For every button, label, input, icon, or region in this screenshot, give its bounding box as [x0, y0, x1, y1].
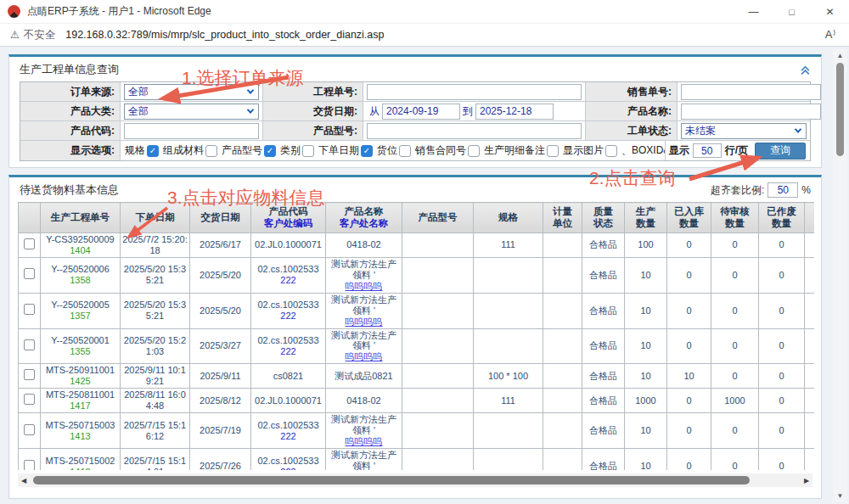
product-category-select[interactable]: 全部 — [124, 104, 259, 120]
row-checkbox[interactable] — [24, 238, 35, 249]
horizontal-scrollbar[interactable]: ◀ ▶ — [18, 473, 812, 487]
model-cell — [402, 449, 474, 470]
row-checkbox[interactable] — [24, 339, 35, 350]
horizontal-scrollbar-thumb[interactable] — [33, 476, 750, 484]
order-date-cell: 2025/7/15 15:16:12 — [121, 413, 190, 449]
order-no-cell[interactable]: MTS-2508110011417 — [41, 389, 121, 413]
table-row[interactable]: MTS-25081100114172025/8/11 16:04:482025/… — [19, 389, 815, 413]
scroll-left-icon[interactable]: ◀ — [18, 477, 30, 484]
model-cell — [402, 389, 474, 413]
row-checkbox[interactable] — [24, 460, 35, 470]
page-size-input[interactable] — [693, 143, 722, 158]
order-status-field: 未结案 — [678, 121, 810, 140]
order-source-select[interactable]: 全部 — [124, 84, 259, 100]
table-row[interactable]: Y--25052000513572025/5/20 15:35:212025/5… — [19, 293, 815, 328]
order-no-cell[interactable]: MTS-2507150031413 — [41, 413, 121, 449]
browser-window: 点睛ERP子系统 - 用户1 - Microsoft Edge — □ ✕ ⚠ … — [0, 0, 849, 504]
table-row[interactable]: MTS-25071500214122025/7/15 15:14:012025/… — [19, 449, 815, 470]
scroll-right-icon[interactable]: ▶ — [801, 477, 812, 484]
cell-text: 0 — [713, 371, 756, 382]
minimize-button[interactable]: — — [734, 0, 773, 23]
table-row[interactable]: Y--25052000613582025/5/20 15:35:212025/5… — [19, 257, 815, 293]
product-name-cell: 测试新方法生产领料 '呜呜呜呜 — [326, 449, 402, 470]
cell-text: 2025/9/11 10:19:21 — [122, 365, 188, 387]
checkbox-unchecked-icon[interactable] — [468, 145, 480, 157]
unit-cell — [543, 328, 582, 364]
product-code-input[interactable] — [124, 123, 259, 139]
order-no-cell[interactable]: Y-CS3925000091404 — [41, 232, 121, 257]
customer-name-link[interactable]: 呜呜呜呜 — [328, 436, 400, 447]
cell-text: 02.JL0.1000071 — [253, 239, 323, 250]
cell-text: 合格品 — [584, 461, 622, 470]
order-no-cell[interactable]: Y--2505200051357 — [41, 293, 121, 328]
display-option-label: 显示图片 — [563, 143, 604, 158]
ratio-input[interactable] — [767, 182, 798, 198]
cell-text: 02.JL0.1000071 — [253, 395, 323, 406]
checkbox-checked-icon[interactable]: ✓ — [147, 145, 159, 157]
sales-no-input[interactable] — [681, 84, 821, 100]
cell-text: 0 — [669, 340, 709, 351]
order-no-cell[interactable]: Y--2505200061358 — [41, 257, 121, 293]
url-text[interactable]: 192.168.0.32:789/mis/mrp/slc_product_int… — [65, 29, 384, 41]
read-aloud-icon[interactable]: A) — [825, 28, 835, 41]
in-qty-cell: 0 — [667, 413, 711, 449]
checkbox-checked-icon[interactable]: ✓ — [264, 145, 276, 157]
table-row[interactable]: Y-CS39250000914042025/7/2 15:20:182025/6… — [19, 232, 815, 257]
search-button[interactable]: 查询 — [755, 143, 806, 160]
order-no-cell[interactable]: MTS-2509110011425 — [41, 364, 121, 389]
row-checkbox[interactable] — [24, 394, 35, 405]
table-row[interactable]: MTS-25091100114252025/9/11 10:19:212025/… — [19, 364, 815, 389]
cell-text: 222 — [253, 275, 323, 286]
cell-text: 2025/7/15 15:16:12 — [122, 420, 188, 442]
horizontal-scrollbar-track[interactable] — [30, 474, 801, 486]
order-no-cell[interactable]: Y--2505200011355 — [41, 328, 121, 364]
order-status-select[interactable]: 未结案 — [681, 123, 807, 139]
display-option: 下单日期✓ — [318, 143, 373, 158]
checkbox-unchecked-icon[interactable] — [605, 145, 617, 157]
cell-text: MTS-250715003 — [42, 420, 118, 431]
cell-text: 测试新方法生产领料 ' — [328, 294, 400, 316]
delivery-date-label: 交货日期: — [263, 102, 363, 120]
project-no-label: 工程单号: — [263, 82, 363, 101]
cell-text: Y--250520005 — [42, 300, 118, 311]
checkbox-unchecked-icon[interactable] — [399, 145, 411, 157]
row-checkbox[interactable] — [24, 369, 35, 380]
customer-name-link[interactable]: 呜呜呜呜 — [328, 316, 400, 328]
close-button[interactable]: ✕ — [811, 0, 849, 23]
product-model-input[interactable] — [367, 123, 582, 139]
checkbox-unchecked-icon[interactable] — [547, 145, 559, 157]
vertical-scrollbar[interactable]: ▲ ▼ — [833, 49, 847, 502]
in-qty-cell: 0 — [667, 389, 711, 413]
date-to-input[interactable] — [475, 104, 554, 120]
scroll-down-icon[interactable]: ▼ — [833, 492, 847, 500]
address-bar[interactable]: ⚠ 不安全 192.168.0.32:789/mis/mrp/slc_produ… — [0, 24, 849, 47]
row-checkbox[interactable] — [24, 268, 35, 279]
collapse-panel-icon[interactable] — [800, 64, 811, 76]
vertical-scrollbar-thumb[interactable] — [836, 63, 844, 156]
maximize-button[interactable]: □ — [773, 0, 811, 23]
qty-cell: 1000 — [625, 389, 667, 413]
page-size-controls: 显示 行/页 查询 — [666, 141, 810, 160]
product-name-input[interactable] — [681, 104, 821, 120]
checkbox-unchecked-icon[interactable] — [205, 145, 217, 157]
row-checkbox[interactable] — [24, 424, 35, 435]
checkbox-unchecked-icon[interactable] — [302, 145, 314, 157]
product-code-field — [121, 121, 263, 140]
quality-cell: 合格品 — [582, 389, 625, 413]
cell-text: 02.cs.1002533 — [253, 300, 323, 311]
table-row[interactable]: Y--25052000113552025/5/20 15:21:032025/3… — [19, 328, 815, 364]
project-no-input[interactable] — [367, 84, 582, 100]
order-date-cell: 2025/5/20 15:35:21 — [121, 257, 190, 293]
in-qty-cell: 0 — [667, 449, 711, 470]
scroll-up-icon[interactable]: ▲ — [833, 52, 847, 59]
security-label[interactable]: 不安全 — [24, 28, 56, 42]
table-row[interactable]: MTS-25071500314132025/7/15 15:16:122025/… — [19, 413, 815, 449]
order-no-cell[interactable]: MTS-2507150021412 — [41, 449, 121, 470]
row-checkbox[interactable] — [24, 304, 35, 315]
customer-name-link[interactable]: 呜呜呜呜 — [328, 281, 400, 292]
unit-cell — [543, 293, 582, 328]
date-from-input[interactable] — [382, 104, 460, 120]
customer-name-link[interactable]: 呜呜呜呜 — [328, 351, 400, 362]
checkbox-checked-icon[interactable]: ✓ — [361, 145, 373, 157]
column-header-in-qty: 已入库数量 — [667, 203, 711, 233]
